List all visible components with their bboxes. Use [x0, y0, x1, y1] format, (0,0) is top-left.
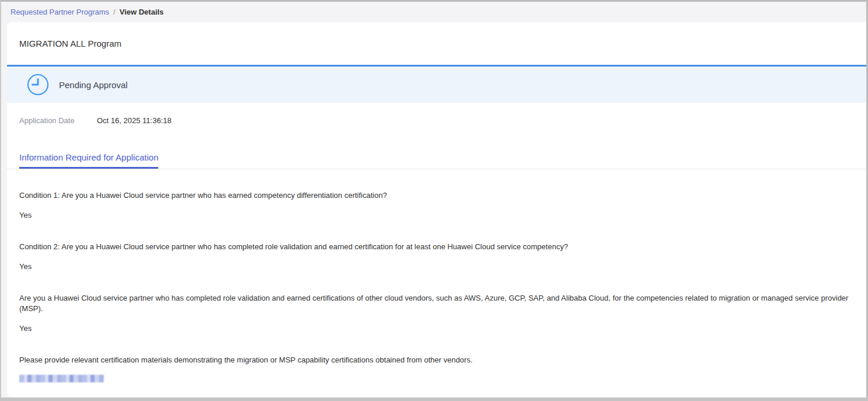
redacted-attachment-link[interactable] — [19, 375, 104, 382]
tab-information-required-for-application[interactable]: Information Required for Application — [19, 152, 158, 169]
tab-bar: Information Required for Application — [7, 152, 866, 169]
other-vendor-certification-answer: Yes — [19, 323, 866, 334]
status-banner: Pending Approval — [7, 65, 866, 103]
app-window: Requested Partner Programs / View Detail… — [0, 0, 868, 401]
condition-2-answer: Yes — [19, 261, 866, 272]
qa-list: Condition 1: Are you a Huawei Cloud serv… — [7, 190, 866, 382]
application-date-value: Oct 16, 2025 11:36:18 — [97, 116, 172, 126]
condition-1-answer: Yes — [19, 210, 866, 221]
condition-1-question: Condition 1: Are you a Huawei Cloud serv… — [19, 190, 866, 201]
breadcrumb-link-requested-partner-programs[interactable]: Requested Partner Programs — [11, 8, 109, 16]
status-label: Pending Approval — [59, 80, 128, 90]
condition-2-question: Condition 2: Are you a Huawei Cloud serv… — [19, 242, 866, 252]
breadcrumb: Requested Partner Programs / View Detail… — [1, 2, 866, 22]
certification-materials-prompt: Please provide relevant certification ma… — [19, 355, 866, 365]
clock-icon — [27, 74, 49, 96]
breadcrumb-separator: / — [113, 8, 116, 16]
page-title: MIGRATION ALL Program — [19, 37, 866, 50]
other-vendor-certification-question: Are you a Huawei Cloud service partner w… — [19, 293, 866, 314]
application-date-label: Application Date — [19, 116, 97, 126]
breadcrumb-current-view-details: View Details — [120, 8, 164, 16]
details-card: MIGRATION ALL Program Pending Approval A… — [7, 22, 866, 397]
window-bottom-edge — [0, 397, 868, 401]
application-date-row: Application Date Oct 16, 2025 11:36:18 — [19, 116, 866, 126]
